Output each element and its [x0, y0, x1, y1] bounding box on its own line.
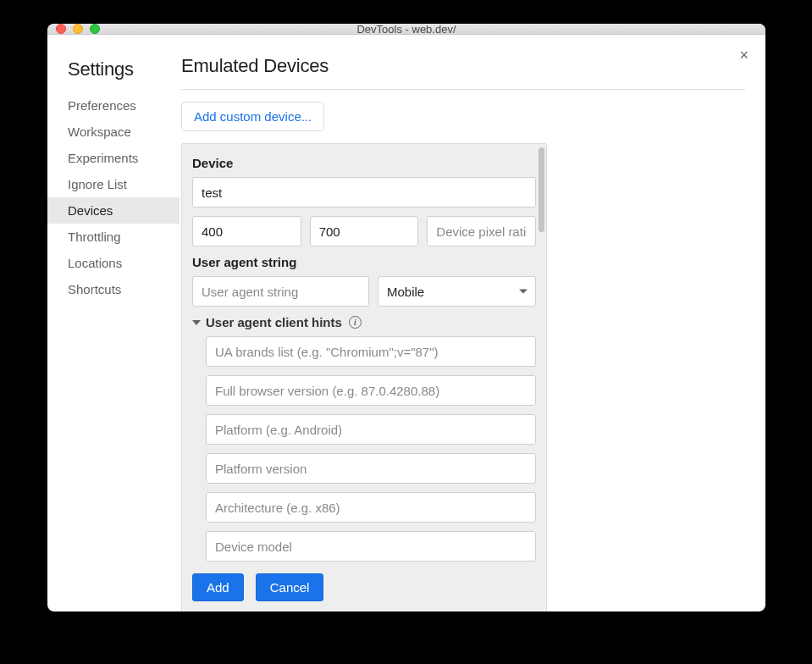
architecture-input[interactable] — [206, 492, 536, 523]
settings-main: Emulated Devices Add custom device... De… — [180, 55, 745, 611]
sidebar-item-ignore-list[interactable]: Ignore List — [68, 171, 180, 197]
device-type-select[interactable] — [378, 276, 536, 307]
platform-version-input[interactable] — [206, 453, 536, 484]
sidebar-item-shortcuts[interactable]: Shortcuts — [68, 276, 180, 302]
sidebar-item-devices[interactable]: Devices — [47, 197, 180, 224]
sidebar-item-experiments[interactable]: Experiments — [68, 145, 180, 171]
divider — [181, 89, 745, 90]
info-icon[interactable]: i — [349, 316, 362, 329]
triangle-down-icon — [192, 320, 201, 325]
device-width-input[interactable] — [192, 216, 301, 246]
add-button[interactable]: Add — [192, 573, 244, 601]
close-window-button[interactable] — [56, 24, 66, 34]
cancel-button[interactable]: Cancel — [256, 573, 324, 601]
client-hints-toggle[interactable]: User agent client hints i — [192, 315, 536, 329]
device-name-input[interactable] — [192, 177, 536, 208]
close-icon[interactable]: × — [739, 47, 748, 64]
traffic-lights — [56, 24, 100, 34]
minimize-window-button[interactable] — [73, 24, 83, 34]
settings-content: × Settings Preferences Workspace Experim… — [47, 35, 765, 611]
page-title: Emulated Devices — [181, 55, 745, 77]
sidebar-item-throttling[interactable]: Throttling — [68, 224, 180, 250]
scrollbar[interactable] — [539, 147, 544, 232]
settings-sidebar: Settings Preferences Workspace Experimen… — [68, 55, 180, 611]
add-custom-device-button[interactable]: Add custom device... — [181, 102, 324, 131]
window-title: DevTools - web.dev/ — [47, 24, 765, 36]
sidebar-item-preferences[interactable]: Preferences — [68, 92, 180, 119]
client-hints-fields — [192, 336, 536, 570]
device-pixel-ratio-input[interactable] — [427, 216, 536, 246]
sidebar-item-workspace[interactable]: Workspace — [68, 119, 180, 145]
device-form: Device User agent string — [181, 143, 547, 611]
device-section-label: Device — [192, 156, 536, 170]
platform-input[interactable] — [206, 414, 536, 445]
zoom-window-button[interactable] — [90, 24, 100, 34]
devtools-window: DevTools - web.dev/ × Settings Preferenc… — [47, 24, 765, 611]
sidebar-item-locations[interactable]: Locations — [68, 250, 180, 276]
device-height-input[interactable] — [310, 216, 419, 246]
device-model-input[interactable] — [206, 531, 536, 562]
settings-heading: Settings — [68, 58, 180, 80]
full-browser-version-input[interactable] — [206, 375, 536, 406]
user-agent-input[interactable] — [192, 276, 369, 307]
ua-brands-input[interactable] — [206, 336, 536, 367]
titlebar: DevTools - web.dev/ — [47, 24, 765, 35]
client-hints-label: User agent client hints — [206, 315, 342, 329]
ua-section-label: User agent string — [192, 255, 536, 269]
